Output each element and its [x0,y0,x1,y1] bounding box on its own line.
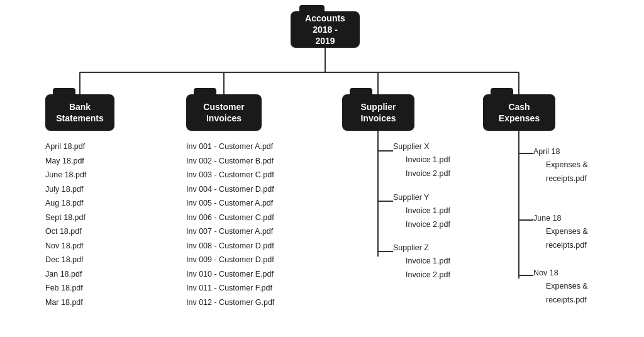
list-item: Inv 006 - Customer C.pdf [186,211,274,225]
supplier-z-label: Supplier Z [393,242,450,254]
list-item: Feb 18.pdf [45,281,86,296]
cash-nov-label: Nov 18 [533,267,588,279]
list-item: Invoice 2.pdf [406,167,450,181]
bank-folder: Bank Statements [45,94,114,131]
list-item: June 18.pdf [45,168,86,182]
supplier-x-section: Supplier X Invoice 1.pdf Invoice 2.pdf [393,141,450,181]
list-item: Inv 008 - Customer D.pdf [186,239,274,253]
list-item: Invoice 1.pdf [406,153,450,167]
list-item: Jan 18.pdf [45,267,86,282]
list-item: Sept 18.pdf [45,211,86,225]
supplier-x-label: Supplier X [393,141,450,153]
list-item: April 18.pdf [45,140,86,154]
list-item: Expenses & receipts.pdf [546,279,588,307]
list-item: Invoice 2.pdf [406,268,450,282]
cash-folder: Cash Expenses [483,94,555,131]
list-item: Inv 003 - Customer C.pdf [186,168,274,182]
list-item: May 18.pdf [45,154,86,168]
cash-april-section: April 18 Expenses & receipts.pdf [533,146,588,186]
list-item: Mar 18.pdf [45,296,86,310]
list-item: Dec 18.pdf [45,253,86,267]
supplier-label: Supplier Invoices [360,101,396,124]
root-node: Accounts 2018 - 2019 [291,11,360,48]
supplier-y-label: Supplier Y [393,192,450,204]
supplier-folder: Supplier Invoices [342,94,414,131]
supplier-z-section: Supplier Z Invoice 1.pdf Invoice 2.pdf [393,242,450,282]
diagram: Accounts 2018 - 2019 Bank Statements Apr… [0,0,644,337]
list-item: Inv 011 - Customer F.pdf [186,281,274,296]
cash-april-label: April 18 [533,146,588,158]
supplier-y-section: Supplier Y Invoice 1.pdf Invoice 2.pdf [393,192,450,232]
cash-june-label: June 18 [533,213,588,224]
list-item: Inv 004 - Customer D.pdf [186,182,274,197]
list-item: Expenses & receipts.pdf [546,224,588,253]
customer-label: Customer Invoices [203,101,244,124]
cash-label: Cash Expenses [499,101,540,124]
cash-june-section: June 18 Expenses & receipts.pdf [533,213,588,253]
customer-folder: Customer Invoices [186,94,262,131]
list-item: Inv 002 - Customer B.pdf [186,154,274,168]
cash-june-files: Expenses & receipts.pdf [533,224,588,253]
list-item: Invoice 1.pdf [406,254,450,268]
list-item: Inv 007 - Customer A.pdf [186,224,274,239]
supplier-x-files: Invoice 1.pdf Invoice 2.pdf [393,153,450,181]
bank-file-list: April 18.pdf May 18.pdf June 18.pdf July… [45,140,86,309]
cash-nov-section: Nov 18 Expenses & receipts.pdf [533,267,588,307]
cash-nov-files: Expenses & receipts.pdf [533,279,588,307]
supplier-z-files: Invoice 1.pdf Invoice 2.pdf [393,254,450,282]
list-item: July 18.pdf [45,182,86,197]
list-item: Nov 18.pdf [45,239,86,253]
list-item: Inv 010 - Customer E.pdf [186,267,274,282]
bank-label: Bank Statements [56,101,103,124]
supplier-y-files: Invoice 1.pdf Invoice 2.pdf [393,204,450,232]
list-item: Inv 001 - Customer A.pdf [186,140,274,154]
list-item: Aug 18.pdf [45,196,86,211]
list-item: Inv 012 - Customer G.pdf [186,296,274,310]
cash-april-files: Expenses & receipts.pdf [533,158,588,186]
list-item: Invoice 1.pdf [406,204,450,218]
list-item: Oct 18.pdf [45,224,86,239]
root-label: Accounts 2018 - 2019 [302,13,348,47]
list-item: Inv 009 - Customer D.pdf [186,253,274,267]
customer-file-list: Inv 001 - Customer A.pdf Inv 002 - Custo… [186,140,274,309]
list-item: Invoice 2.pdf [406,218,450,232]
list-item: Expenses & receipts.pdf [546,158,588,186]
list-item: Inv 005 - Customer A.pdf [186,196,274,211]
